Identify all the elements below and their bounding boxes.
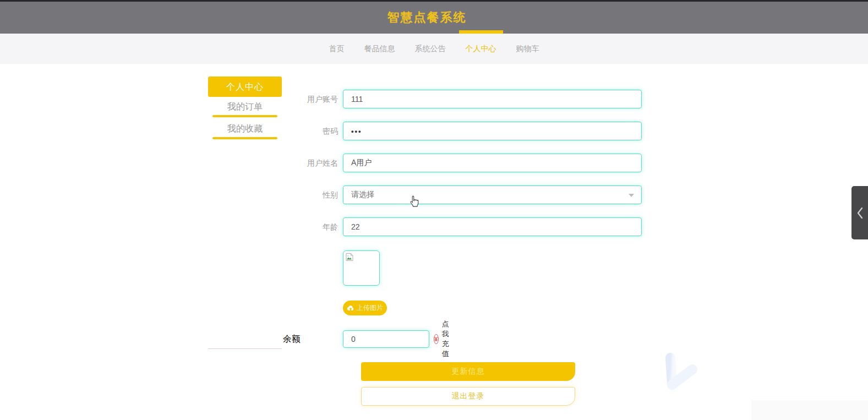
avatar-preview xyxy=(343,250,380,286)
nav-item-cart[interactable]: 购物车 xyxy=(516,34,539,64)
cloud-upload-icon xyxy=(347,305,354,311)
logout-button[interactable]: 退出登录 xyxy=(361,387,575,406)
sidebar-underline xyxy=(212,115,277,117)
caret-down-icon xyxy=(629,194,634,197)
broken-image-icon xyxy=(345,253,354,261)
nav-item-announcements[interactable]: 系统公告 xyxy=(415,34,446,64)
account-input[interactable] xyxy=(343,90,642,108)
recharge-link[interactable]: ¥ 点我充值 xyxy=(434,330,454,348)
update-info-button[interactable]: 更新信息 xyxy=(361,362,575,381)
sidebar-underline xyxy=(212,137,277,139)
nav-item-label: 个人中心 xyxy=(466,44,496,53)
sidebar-item-personal-center[interactable]: 个人中心 xyxy=(208,77,282,97)
watermark-logo xyxy=(662,353,701,394)
account-label: 用户账号 xyxy=(283,90,338,108)
name-label: 用户姓名 xyxy=(283,154,338,172)
nav-item-home[interactable]: 首页 xyxy=(329,34,345,64)
form-row-balance: 余额 ¥ 点我充值 xyxy=(283,330,301,348)
age-label: 年龄 xyxy=(283,217,338,236)
gender-select-value: 请选择 xyxy=(351,190,374,200)
upload-image-button[interactable]: 上传图片 xyxy=(343,301,387,315)
nav-item-personal-center[interactable]: 个人中心 xyxy=(466,34,496,64)
sidebar-divider xyxy=(208,348,282,349)
main-nav: 首页 餐品信息 系统公告 个人中心 购物车 xyxy=(0,34,868,64)
balance-input[interactable] xyxy=(343,330,429,348)
active-tab-indicator xyxy=(459,30,503,34)
balance-label: 余额 xyxy=(283,334,301,343)
gender-label: 性别 xyxy=(283,186,338,204)
app-header: 智慧点餐系统 xyxy=(0,2,868,34)
password-label: 密码 xyxy=(283,122,338,140)
yen-circle-icon: ¥ xyxy=(434,334,439,344)
corner-overlay xyxy=(751,400,868,420)
recharge-label: 点我充值 xyxy=(442,319,454,359)
upload-button-label: 上传图片 xyxy=(357,303,383,313)
page: 智慧点餐系统 首页 餐品信息 系统公告 个人中心 购物车 个人中心 我的订单 我… xyxy=(0,0,868,420)
password-input[interactable] xyxy=(343,122,642,140)
name-input[interactable] xyxy=(343,154,642,172)
sidebar-item-my-favorites[interactable]: 我的收藏 xyxy=(208,122,282,136)
sidebar: 个人中心 我的订单 我的收藏 xyxy=(208,77,282,139)
gender-select[interactable]: 请选择 xyxy=(343,186,642,204)
page-title: 智慧点餐系统 xyxy=(387,9,467,26)
sidebar-item-my-orders[interactable]: 我的订单 xyxy=(208,100,282,114)
nav-item-dishes[interactable]: 餐品信息 xyxy=(364,34,395,64)
chevron-left-icon xyxy=(856,206,864,220)
age-input[interactable] xyxy=(343,217,642,236)
collapse-panel[interactable] xyxy=(851,186,868,239)
